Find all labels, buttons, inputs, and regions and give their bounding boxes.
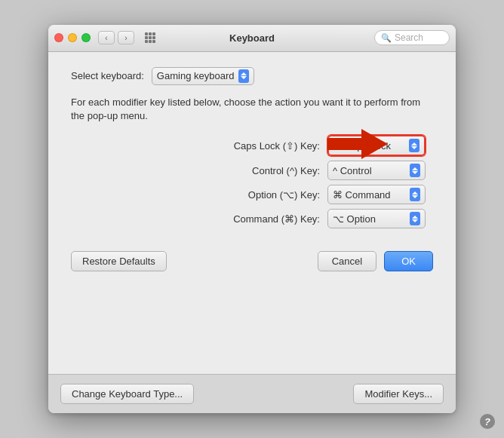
description-text: For each modifier key listed below, choo… (71, 96, 433, 123)
back-button[interactable]: ‹ (98, 31, 115, 44)
grid-icon (145, 32, 155, 43)
close-button[interactable] (54, 33, 63, 42)
control-select[interactable]: ^ Control (327, 161, 426, 180)
empty-space (71, 283, 433, 359)
control-row: Control (^) Key: ^ Control (78, 161, 426, 180)
search-icon: 🔍 (381, 33, 392, 43)
caps-lock-chevron-icon (409, 139, 419, 152)
content-area: Select keyboard: Gaming keyboard For eac… (48, 52, 456, 374)
footer-bar: Change Keyboard Type... Modifier Keys... (48, 374, 456, 413)
search-bar[interactable]: 🔍 Search (374, 30, 450, 45)
option-value: ⌘ Command (333, 189, 405, 201)
keyboard-select-row: Select keyboard: Gaming keyboard (71, 67, 433, 85)
keyboard-window: ‹ › Keyboard 🔍 Search Select keyboard: G… (48, 25, 456, 413)
change-keyboard-type-button[interactable]: Change Keyboard Type... (60, 384, 194, 404)
cancel-button[interactable]: Cancel (318, 251, 376, 271)
window-title: Keyboard (229, 32, 275, 44)
minimize-button[interactable] (68, 33, 77, 42)
control-label: Control (^) Key: (199, 165, 320, 176)
command-row: Command (⌘) Key: ⌥ Option (78, 209, 426, 228)
titlebar: ‹ › Keyboard 🔍 Search (48, 25, 456, 52)
traffic-lights (54, 33, 91, 42)
command-chevron-icon (410, 212, 420, 225)
caps-lock-row: Caps Lock (⇧) Key: ⇧ Caps Lock (78, 135, 426, 156)
option-chevron-icon (410, 188, 420, 201)
keyboard-select-dropdown[interactable]: Gaming keyboard (152, 67, 255, 85)
control-chevron-icon (410, 164, 420, 177)
svg-marker-0 (327, 129, 388, 159)
command-select[interactable]: ⌥ Option (327, 209, 426, 228)
option-label: Option (⌥) Key: (199, 189, 320, 201)
action-buttons-row: Restore Defaults Cancel OK (71, 244, 433, 283)
option-select[interactable]: ⌘ Command (327, 185, 426, 204)
maximize-button[interactable] (81, 33, 91, 42)
keyboard-select-value: Gaming keyboard (157, 70, 235, 81)
forward-button[interactable]: › (118, 31, 134, 44)
confirm-buttons: Cancel OK (318, 251, 433, 271)
keyboard-select-label: Select keyboard: (71, 70, 144, 81)
caps-lock-label: Caps Lock (⇧) Key: (199, 140, 320, 152)
modifier-keys-area: Caps Lock (⇧) Key: ⇧ Caps Lock Control (… (71, 135, 433, 228)
search-placeholder: Search (395, 32, 423, 43)
command-value: ⌥ Option (333, 213, 405, 225)
control-value: ^ Control (333, 165, 405, 176)
chevron-down-icon (238, 69, 249, 83)
ok-button[interactable]: OK (384, 251, 433, 271)
help-icon[interactable]: ? (480, 414, 495, 429)
command-label: Command (⌘) Key: (199, 213, 320, 225)
option-row: Option (⌥) Key: ⌘ Command (78, 185, 426, 204)
nav-buttons: ‹ › (98, 31, 134, 44)
modifier-keys-button[interactable]: Modifier Keys... (353, 384, 444, 404)
red-arrow-icon (320, 129, 388, 159)
grid-button[interactable] (142, 31, 158, 44)
restore-defaults-button[interactable]: Restore Defaults (71, 251, 167, 271)
